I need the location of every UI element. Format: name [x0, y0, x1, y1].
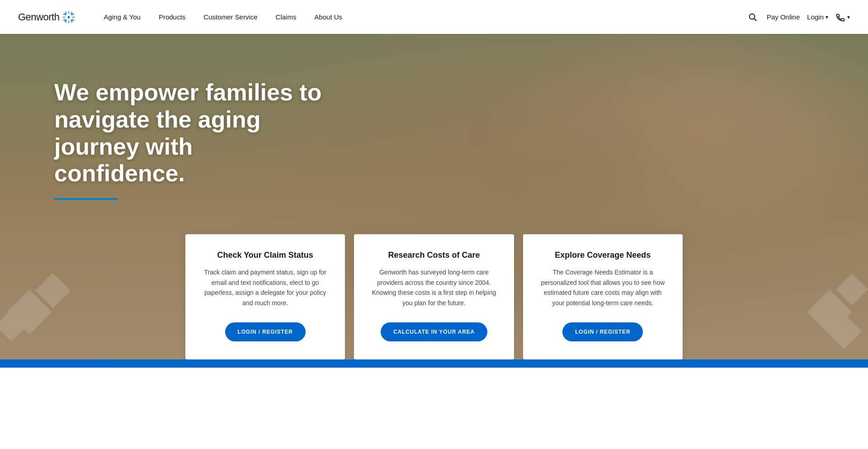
header-actions: Pay Online Login ▾ ▾: [746, 10, 850, 24]
card-2-title: Research Costs of Care: [388, 250, 480, 260]
card-claim-status: Check Your Claim Status Track claim and …: [185, 234, 345, 359]
svg-point-17: [750, 14, 755, 19]
diamond-decoration-left: [0, 260, 99, 359]
search-icon: [748, 12, 758, 22]
logo-star-icon: [61, 9, 76, 25]
site-header: Genworth Aging: [0, 0, 868, 34]
login-button[interactable]: Login ▾: [807, 13, 828, 21]
footer-blue-bar: [0, 359, 868, 368]
card-costs-of-care: Research Costs of Care Genworth has surv…: [354, 234, 514, 359]
hero-headline: We empower families to navigate the agin…: [54, 79, 326, 187]
card-2-body: Genworth has surveyed long-term care pro…: [368, 267, 499, 308]
nav-item-claims[interactable]: Claims: [267, 0, 306, 34]
hero-section: We empower families to navigate the agin…: [0, 34, 868, 359]
nav-item-products[interactable]: Products: [150, 0, 194, 34]
hero-divider: [54, 198, 118, 200]
card-3-button[interactable]: LOGIN / REGISTER: [562, 322, 643, 341]
card-3-title: Explore Coverage Needs: [555, 250, 651, 260]
pay-online-link[interactable]: Pay Online: [767, 13, 800, 21]
card-3-body: The Coverage Needs Estimator is a person…: [538, 267, 668, 308]
hero-content: We empower families to navigate the agin…: [54, 79, 326, 200]
search-button[interactable]: [746, 10, 760, 24]
card-1-body: Track claim and payment status, sign up …: [200, 267, 330, 308]
phone-button[interactable]: ▾: [835, 12, 850, 22]
card-1-title: Check Your Claim Status: [217, 250, 313, 260]
cards-section: Check Your Claim Status Track claim and …: [185, 234, 683, 359]
card-coverage-needs: Explore Coverage Needs The Coverage Need…: [523, 234, 683, 359]
nav-item-customer-service[interactable]: Customer Service: [194, 0, 266, 34]
phone-dropdown-icon: ▾: [847, 14, 850, 20]
logo-text: Genworth: [18, 11, 59, 23]
card-1-button[interactable]: LOGIN / REGISTER: [225, 322, 306, 341]
diamond-decoration-right: [769, 260, 868, 359]
card-2-button[interactable]: CALCULATE IN YOUR AREA: [381, 322, 487, 341]
phone-icon: [835, 12, 845, 22]
nav-item-about-us[interactable]: About Us: [305, 0, 351, 34]
nav-item-aging-you[interactable]: Aging & You: [94, 0, 150, 34]
svg-rect-24: [836, 274, 868, 306]
svg-line-18: [754, 19, 756, 21]
svg-point-0: [68, 16, 70, 18]
logo-link[interactable]: Genworth: [18, 9, 76, 25]
main-nav: Aging & You Products Customer Service Cl…: [94, 0, 746, 34]
